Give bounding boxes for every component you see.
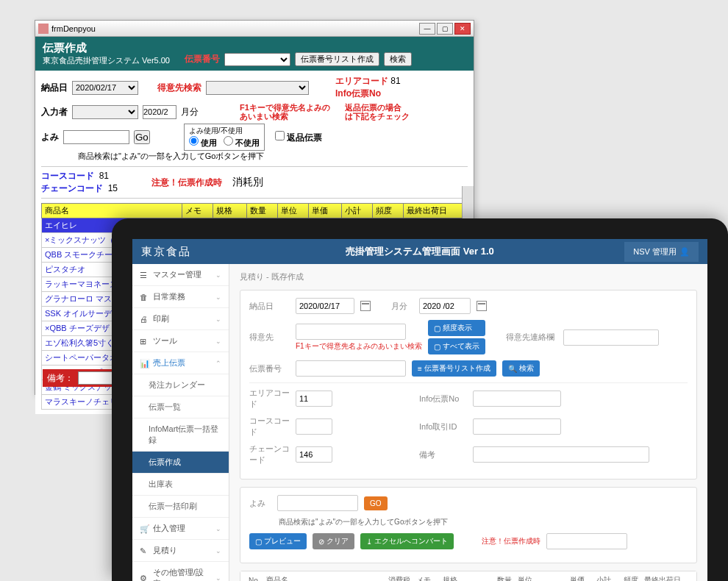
sidebar-item[interactable]: 伝票一括印刷 bbox=[132, 496, 229, 518]
info-denpyou-label: Info伝票No bbox=[335, 88, 381, 99]
renrakusho-label: 得意先連絡欄 bbox=[506, 332, 557, 343]
tokuisaki-input[interactable] bbox=[296, 324, 406, 340]
sidebar-label: 出庫表 bbox=[149, 479, 173, 490]
sidebar-label: 発注カレンダー bbox=[149, 379, 205, 391]
nyuryokusha-select[interactable] bbox=[72, 105, 138, 119]
info-torihiki-input[interactable] bbox=[473, 418, 561, 435]
area-input[interactable] bbox=[296, 391, 332, 407]
col-header: 最終出荷日 bbox=[404, 204, 468, 218]
col-header: 単価 bbox=[308, 204, 341, 218]
yomi-label: よみ bbox=[249, 498, 271, 509]
app-title: 売掛管理システム管理画面 Ver 1.0 bbox=[346, 245, 494, 258]
yomi-label: よみ bbox=[41, 131, 59, 143]
chevron-icon: ⌄ bbox=[215, 574, 221, 581]
sidebar-item[interactable]: 🛒仕入管理⌄ bbox=[132, 518, 229, 540]
close-button[interactable]: ✕ bbox=[454, 23, 471, 35]
preview-button[interactable]: ▢ プレビュー bbox=[249, 533, 307, 549]
yomi-input[interactable] bbox=[63, 130, 129, 144]
list-create-button[interactable]: 伝票番号リスト作成 bbox=[295, 52, 379, 66]
yomi-use-group: よみ使用/不使用 使用 不使用 bbox=[184, 124, 265, 151]
sidebar-item[interactable]: 出庫表 bbox=[132, 474, 229, 496]
all-button[interactable]: ▢ すべて表示 bbox=[428, 338, 485, 354]
sidebar-item[interactable]: ✎見積り⌄ bbox=[132, 540, 229, 562]
henpin-checkbox[interactable]: 返品伝票 bbox=[275, 131, 322, 144]
maximize-button[interactable]: ▢ bbox=[437, 23, 453, 35]
chuui-label: 注意！伝票作成時 bbox=[151, 177, 222, 189]
f1-hint: F1キーで得意先名よみのあいまい検索 bbox=[296, 341, 422, 352]
area-code-label: エリアコード bbox=[335, 76, 388, 86]
sidebar-label: 伝票一覧 bbox=[149, 402, 181, 413]
sidebar-item[interactable]: ☰マスター管理⌄ bbox=[132, 264, 229, 286]
denpyou-bangou-select[interactable] bbox=[224, 53, 290, 66]
sidebar-label: 伝票作成 bbox=[149, 457, 181, 468]
sidebar-item[interactable]: 🖨印刷⌄ bbox=[132, 308, 229, 330]
col-header: 頻度 bbox=[614, 571, 640, 581]
tsukibun-input[interactable] bbox=[143, 105, 176, 119]
sidebar-label: 日常業務 bbox=[153, 291, 185, 302]
search-button[interactable]: 🔍 検索 bbox=[502, 360, 540, 377]
tokuisaki-select[interactable] bbox=[206, 81, 309, 95]
nouhinbi-label: 納品日 bbox=[249, 301, 290, 312]
col-header: 商品名 bbox=[42, 204, 182, 218]
course-input[interactable] bbox=[296, 418, 332, 435]
calendar-icon[interactable] bbox=[360, 301, 371, 311]
chuui-label: 注意！伝票作成時 bbox=[482, 536, 540, 546]
list-button[interactable]: ≡ 伝票番号リスト作成 bbox=[412, 360, 496, 377]
sidebar-item[interactable]: InfoMart伝票一括登録 bbox=[132, 418, 229, 452]
col-header: メモ bbox=[182, 204, 213, 218]
sidebar-label: その他管理/設定 bbox=[153, 567, 211, 581]
nouhinbi-label: 納品日 bbox=[41, 82, 68, 94]
bikou-label: 備考： bbox=[47, 372, 74, 385]
f1-hint: F1キーで得意先名よみのあいまい検索 bbox=[240, 103, 330, 121]
menu-icon: 📊 bbox=[140, 359, 149, 368]
sidebar-item[interactable]: 📊売上伝票⌃ bbox=[132, 352, 229, 374]
yomi-nouse-radio[interactable]: 不使用 bbox=[224, 138, 260, 147]
sidebar-item[interactable]: 発注カレンダー bbox=[132, 374, 229, 396]
menu-icon: ☰ bbox=[140, 271, 149, 279]
breadcrumb: 見積り - 既存作成 bbox=[240, 271, 697, 282]
info-denpyou-input[interactable] bbox=[473, 391, 561, 407]
tokuisaki-kensaku-label: 得意先検索 bbox=[157, 82, 201, 94]
menu-icon: 🛒 bbox=[140, 524, 149, 533]
yomi-input[interactable] bbox=[277, 495, 358, 511]
nouhinbi-input[interactable] bbox=[296, 298, 354, 314]
go-button[interactable]: Go bbox=[134, 130, 150, 144]
sidebar-item[interactable]: ⊞ツール⌄ bbox=[132, 330, 229, 352]
bikou-label: 備考 bbox=[419, 449, 467, 460]
sidebar-item[interactable]: 🗑日常業務⌄ bbox=[132, 286, 229, 308]
sidebar-item[interactable]: 伝票一覧 bbox=[132, 396, 229, 418]
go-button[interactable]: GO bbox=[364, 496, 388, 510]
chuui-input[interactable] bbox=[546, 533, 627, 549]
yomi-hint: 商品検索は"よみ"の一部を入力してGoボタンを押下 bbox=[78, 151, 468, 162]
form-panel: 納品日 月分 得意先 F1キーで得意先名よみのあいまい検索 bbox=[240, 290, 697, 480]
screen: 東京食品 売掛管理システム管理画面 Ver 1.0 NSV 管理用 👤 ☰マスタ… bbox=[132, 239, 707, 581]
denpyou-input[interactable] bbox=[296, 360, 406, 377]
freq-button[interactable]: ▢ 頻度表示 bbox=[428, 320, 485, 336]
sidebar-item[interactable]: 伝票作成 bbox=[132, 452, 229, 474]
calendar-icon[interactable] bbox=[477, 301, 487, 311]
nouhinbi-select[interactable]: 2020/02/17 bbox=[72, 81, 138, 95]
tsukibun-input[interactable] bbox=[419, 298, 471, 314]
shoumou-label: 消耗別 bbox=[232, 176, 263, 189]
clear-button[interactable]: ⊘ クリア bbox=[313, 533, 354, 549]
user-badge[interactable]: NSV 管理用 👤 bbox=[624, 242, 699, 262]
excel-button[interactable]: ⤓ エクセルへコンバート bbox=[360, 533, 454, 549]
chain-input[interactable] bbox=[296, 446, 332, 463]
col-header: 単位 bbox=[515, 571, 541, 581]
col-header: 規格 bbox=[440, 571, 468, 581]
bikou-input[interactable] bbox=[473, 446, 649, 463]
col-header: No. bbox=[240, 571, 263, 581]
yomi-hint: 商品検索は"よみ"の一部を入力してGoボタンを押下 bbox=[279, 517, 688, 527]
search-button[interactable]: 検索 bbox=[384, 52, 412, 66]
yomi-use-radio[interactable]: 使用 bbox=[189, 138, 217, 147]
minimize-button[interactable]: — bbox=[419, 23, 435, 35]
sidebar-label: 仕入管理 bbox=[153, 523, 185, 534]
app-icon bbox=[38, 24, 49, 34]
legacy-title: 伝票作成 bbox=[43, 41, 170, 55]
col-header: 規格 bbox=[213, 204, 246, 218]
col-header: 最終出荷日 bbox=[641, 571, 697, 581]
col-header: 数量 bbox=[469, 571, 515, 581]
sidebar-label: 見積り bbox=[153, 545, 177, 556]
renrakusho-input[interactable] bbox=[563, 329, 659, 346]
sidebar-item[interactable]: ⚙その他管理/設定⌄ bbox=[132, 562, 229, 581]
